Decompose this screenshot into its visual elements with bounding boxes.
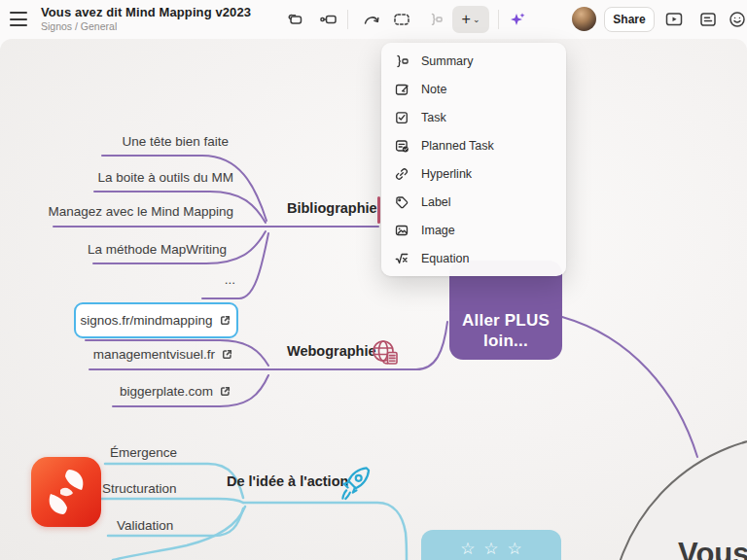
image-icon	[394, 223, 409, 238]
menu-item-equation[interactable]: Equation	[381, 244, 566, 272]
topic-managementvisuel[interactable]: managementvisuel.fr	[93, 347, 233, 362]
topbar: Vous avez dit Mind Mapping v2023 Signos …	[0, 0, 747, 39]
document-title-group: Vous avez dit Mind Mapping v2023 Signos …	[41, 5, 251, 32]
menu-item-label: Label	[421, 195, 451, 209]
hamburger-menu-icon[interactable]	[10, 12, 27, 26]
central-topic-label: Vous	[678, 537, 747, 560]
topic-biggerplate[interactable]: biggerplate.com	[120, 384, 231, 399]
equation-icon	[394, 251, 409, 266]
external-link-icon[interactable]	[221, 348, 233, 361]
slideshow-icon	[664, 10, 684, 29]
aller-line1: Aller PLUS	[462, 310, 550, 331]
menu-item-label: Task	[421, 111, 446, 124]
topic-managementvisuel-label: managementvisuel.fr	[93, 347, 215, 362]
menu-item-label: Equation	[421, 252, 469, 265]
topic-signos-label: signos.fr/mindmapping	[81, 313, 213, 328]
rocket-icon	[336, 463, 374, 508]
topic-structuration[interactable]: Structuration	[102, 481, 177, 496]
menu-item-label[interactable]: Label	[381, 188, 566, 216]
feedback-button[interactable]	[724, 7, 747, 32]
external-link-icon[interactable]	[219, 385, 231, 398]
menu-item-summary[interactable]: Summary	[381, 47, 566, 75]
format-panel-icon	[698, 10, 718, 29]
menu-item-label: Image	[421, 224, 455, 237]
topic-webographie[interactable]: Webographie	[287, 343, 376, 359]
menu-item-image[interactable]: Image	[381, 216, 566, 244]
subtopic-icon	[319, 10, 338, 29]
menu-item-hyperlink[interactable]: Hyperlink	[381, 159, 566, 188]
web-server-globe-icon	[369, 336, 402, 373]
topic-icon	[285, 10, 304, 29]
menu-item-label: Planned Task	[421, 139, 494, 153]
menu-item-label: Note	[421, 83, 446, 96]
topic-managez[interactable]: Managez avec le Mind Mapping	[48, 204, 233, 219]
boundary-icon	[392, 10, 411, 29]
boundary-button[interactable]	[388, 7, 415, 32]
topic-une-tete[interactable]: Une tête bien faite	[122, 134, 229, 149]
note-icon	[394, 82, 409, 97]
summary-icon	[426, 10, 445, 29]
topic-signos-link-selected[interactable]: signos.fr/mindmapping	[74, 302, 238, 338]
smiley-icon	[728, 10, 747, 29]
xmind-logo	[31, 457, 101, 527]
menu-item-label: Hyperlink	[421, 167, 472, 181]
page-title: Vous avez dit Mind Mapping v2023	[41, 5, 251, 19]
menu-item-note[interactable]: Note	[381, 75, 566, 103]
breadcrumb: Signos / General	[41, 20, 251, 32]
topic-emergence[interactable]: Émergence	[110, 445, 177, 460]
external-link-icon[interactable]	[219, 314, 231, 327]
label-tag-icon	[394, 194, 409, 210]
task-icon	[394, 110, 409, 125]
chevron-down-icon: ⌄	[473, 15, 480, 24]
topic-boite-outils[interactable]: La boite à outils du MM	[97, 170, 233, 185]
insert-topic-button[interactable]	[281, 7, 308, 32]
menu-item-label: Summary	[421, 54, 473, 68]
menu-item-planned-task[interactable]: Planned Task	[381, 131, 566, 159]
menu-item-task[interactable]: Task	[381, 103, 566, 131]
hyperlink-icon	[394, 166, 409, 182]
toolbar-divider	[347, 10, 348, 29]
insert-subtopic-button[interactable]	[315, 7, 342, 32]
toolbar-divider	[498, 10, 499, 29]
ai-assistant-button[interactable]	[504, 7, 531, 32]
mindmap-canvas[interactable]: Vous Une tête bien faite La boite à outi…	[0, 39, 747, 560]
share-button[interactable]: Share	[604, 7, 655, 32]
slideshow-button[interactable]	[660, 7, 688, 32]
stars-topic-node[interactable]: ☆☆☆	[421, 530, 561, 560]
ai-sparkle-icon	[508, 10, 527, 29]
insert-dropdown-menu: Summary Note Task Planned Task Hyperlink	[381, 43, 566, 276]
user-avatar[interactable]	[572, 7, 596, 31]
topic-mapwriting[interactable]: La méthode MapWriting	[88, 242, 227, 257]
relationship-button[interactable]	[358, 7, 385, 32]
hidden-topic-edge	[377, 196, 380, 224]
insert-plus-button[interactable]: + ⌄	[452, 6, 489, 33]
plus-glyph: +	[462, 12, 471, 27]
topic-dots[interactable]: ...	[225, 272, 235, 287]
topic-biggerplate-label: biggerplate.com	[120, 384, 213, 399]
relationship-icon	[362, 10, 381, 29]
topic-validation[interactable]: Validation	[117, 518, 173, 533]
planned-task-icon	[394, 138, 409, 154]
topic-idee-action[interactable]: De l'idée à l'action	[227, 473, 348, 489]
aller-line2: loin...	[483, 331, 528, 351]
summary-toolbar-button[interactable]	[422, 7, 449, 32]
summary-icon	[394, 53, 409, 69]
format-panel-button[interactable]	[694, 7, 722, 32]
topic-bibliographie[interactable]: Bibliographie	[287, 200, 377, 216]
